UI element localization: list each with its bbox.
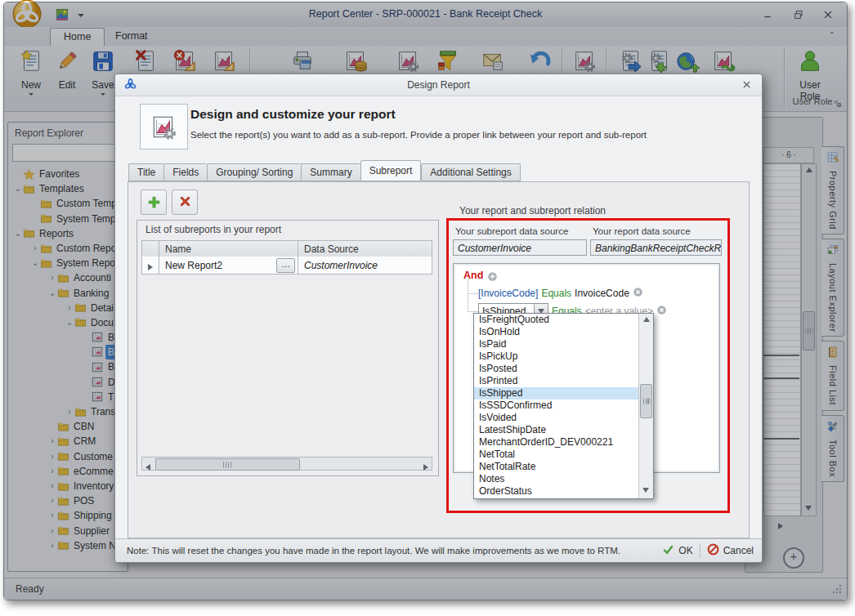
tab-fields[interactable]: Fields: [163, 163, 207, 181]
add-condition-icon[interactable]: [487, 270, 498, 285]
ribbon-tab-home[interactable]: Home: [50, 28, 105, 46]
tree-expander-icon[interactable]: ›: [65, 404, 74, 419]
tree-item-label[interactable]: System Temp: [54, 212, 118, 226]
tree-item-label[interactable]: eComme: [71, 464, 116, 479]
tree-item-custom-repo[interactable]: ›Custom Repo: [8, 241, 128, 256]
tree-expander-icon[interactable]: ⌄: [13, 226, 23, 241]
tree-item-t[interactable]: T: [8, 390, 128, 404]
side-tab-layout-explorer[interactable]: Layout Explorer: [821, 239, 844, 337]
report-explorer-search-input[interactable]: [12, 144, 125, 162]
tree-item-label[interactable]: Favorites: [37, 167, 82, 181]
tree-expander-icon[interactable]: ⌄: [65, 315, 74, 330]
tree-item-crm[interactable]: ›CRM: [8, 434, 128, 449]
designer-vscrollbar[interactable]: [801, 163, 817, 516]
ribbon-button-print[interactable]: [289, 47, 316, 75]
tree-item-custom-temp[interactable]: Custom Temp: [8, 196, 128, 211]
dropdown-item-nettotal[interactable]: NetTotal: [474, 449, 639, 461]
remove-condition-icon[interactable]: [656, 305, 667, 318]
tab-additional-settings[interactable]: Additional Settings: [421, 163, 520, 181]
dropdown-item-isfreightquoted[interactable]: IsFreightQuoted: [474, 314, 639, 326]
scroll-down-icon[interactable]: [642, 488, 649, 493]
tree-item-label[interactable]: Reports: [37, 226, 76, 241]
tree-expander-icon[interactable]: ›: [47, 270, 57, 285]
dropdown-item-isvoided[interactable]: IsVoided: [474, 412, 639, 424]
tree-expander-icon[interactable]: ›: [47, 479, 57, 493]
tab-summary[interactable]: Summary: [301, 163, 360, 181]
scroll-left-icon[interactable]: [145, 461, 150, 474]
column-header-name[interactable]: Name: [165, 243, 191, 255]
tree-item-b[interactable]: B: [8, 359, 128, 374]
tree-item-label[interactable]: Trans: [88, 404, 118, 419]
tree-item-label[interactable]: CBN: [71, 419, 96, 434]
designer-nav-right-icon[interactable]: [778, 520, 783, 533]
tree-item-detai[interactable]: ›Detai: [8, 301, 128, 315]
tree-item-banking[interactable]: ⌄Banking: [8, 286, 128, 301]
dropdown-scroll-thumb[interactable]: [640, 384, 652, 418]
tree-item-reports[interactable]: ⌄Reports: [8, 226, 128, 241]
ribbon-button-delete-report[interactable]: [132, 47, 159, 75]
grid-hscrollbar[interactable]: [141, 457, 432, 471]
tree-expander-icon[interactable]: ⌄: [47, 286, 57, 301]
zoom-in-button[interactable]: +: [783, 547, 804, 569]
hscroll-thumb[interactable]: [155, 458, 300, 471]
tree-item-shipping[interactable]: ›Shipping: [8, 508, 128, 523]
tree-item-label[interactable]: Custom Temp: [54, 196, 119, 211]
scroll-up-icon[interactable]: [806, 167, 812, 172]
condition1-field[interactable]: [InvoiceCode]: [478, 288, 538, 299]
tree-item-ecomme[interactable]: ›eComme: [8, 464, 128, 479]
dropdown-item-notes[interactable]: Notes: [474, 473, 639, 485]
tree-item-label[interactable]: CRM: [71, 434, 98, 449]
column-header-datasource[interactable]: Data Source: [304, 243, 359, 255]
tree-expander-icon[interactable]: ›: [65, 301, 74, 315]
tree-item-label[interactable]: Detai: [88, 301, 116, 315]
tree-item-favorites[interactable]: Favorites: [8, 167, 128, 181]
dropdown-item-latestshipdate[interactable]: LatestShipDate: [474, 424, 639, 436]
ribbon-button-design-layout[interactable]: [210, 47, 238, 75]
tree-item-templates[interactable]: ⌄Templates: [8, 181, 128, 196]
tree-expander-icon[interactable]: ⌄: [30, 256, 40, 270]
dropdown-item-isposted[interactable]: IsPosted: [474, 363, 639, 375]
restore-button[interactable]: [790, 9, 808, 22]
tree-item-system-repo[interactable]: ⌄System Repo: [8, 256, 128, 270]
dropdown-item-isprinted[interactable]: IsPrinted: [474, 375, 639, 387]
tab-title[interactable]: Title: [128, 163, 163, 181]
ribbon-button-publish-report[interactable]: [674, 47, 701, 75]
ribbon-button-report-trend[interactable]: [710, 47, 737, 75]
tree-item-b[interactable]: B: [8, 345, 128, 359]
ribbon-button-report-data[interactable]: [342, 47, 369, 75]
dropdown-item-orderstatus[interactable]: OrderStatus: [474, 485, 639, 498]
ribbon-button-label[interactable]: New: [12, 79, 50, 91]
tree-item-supplier[interactable]: ›Supplier: [8, 524, 128, 538]
resize-grip[interactable]: [832, 584, 842, 596]
vscroll-thumb[interactable]: [803, 311, 815, 350]
condition1-operator[interactable]: Equals: [541, 288, 571, 299]
tree-item-d[interactable]: D: [8, 375, 128, 390]
dropdown-item-merchantorderid_dev000221[interactable]: MerchantOrderID_DEV000221: [474, 436, 639, 449]
tree-item-trans[interactable]: ›Trans: [8, 404, 128, 419]
tree-item-b[interactable]: B: [8, 330, 128, 345]
dialog-launcher-icon[interactable]: [834, 96, 842, 111]
dropdown-caret-icon[interactable]: [101, 93, 105, 96]
dialog-close-icon[interactable]: [741, 78, 752, 93]
delete-subreport-button[interactable]: [172, 190, 198, 215]
table-row[interactable]: New Report2 … CustomerInvoice: [141, 257, 432, 275]
ribbon-button-label[interactable]: Edit: [48, 79, 86, 91]
dropdown-item-nettotalrate[interactable]: NetTotalRate: [474, 461, 639, 473]
ribbon-button-undo[interactable]: [526, 47, 554, 75]
tree-expander-icon[interactable]: ›: [47, 508, 57, 523]
tree-item-docu[interactable]: ⌄Docu: [8, 315, 128, 330]
tree-item-label[interactable]: Custome: [71, 449, 115, 464]
tree-item-label[interactable]: Banking: [71, 286, 111, 301]
ribbon-button-user-role[interactable]: [796, 47, 824, 75]
ribbon-button-report-settings[interactable]: [571, 47, 598, 75]
dropdown-scrollbar[interactable]: [638, 314, 653, 498]
tree-expander-icon[interactable]: ›: [47, 449, 57, 464]
tree-item-pos[interactable]: ›POS: [8, 493, 128, 508]
subreport-name-cell[interactable]: New Report2: [165, 260, 222, 271]
tab-grouping-sorting[interactable]: Grouping/ Sorting: [207, 163, 301, 181]
tree-item-system-temp[interactable]: System Temp: [8, 212, 128, 226]
ribbon-button-email[interactable]: [479, 47, 507, 75]
report-ds-input[interactable]: BankingBankReceiptCheckRepo: [590, 239, 722, 256]
ribbon-button-edit[interactable]: [53, 47, 81, 75]
add-subreport-button[interactable]: [141, 190, 167, 215]
